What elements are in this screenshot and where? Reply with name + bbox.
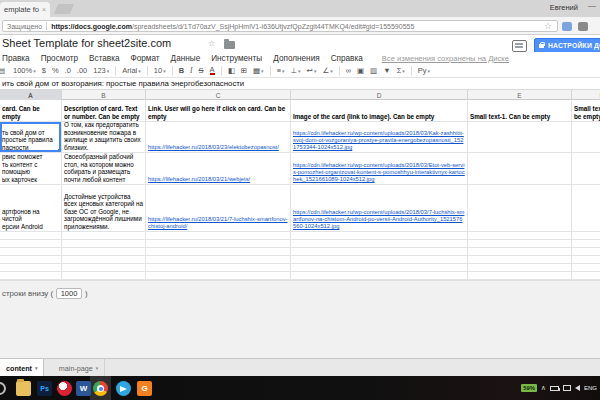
paint-format-icon[interactable]: ▤ — [0, 66, 7, 75]
menu-справка[interactable]: Справка — [331, 54, 363, 63]
cell-C2[interactable]: https://lifehacker.ru/2018/03/23/elektob… — [146, 122, 291, 152]
cell-B[interactable] — [62, 264, 146, 271]
cell-B3[interactable]: Своеобразный рабочий стол, на котором мо… — [62, 153, 146, 184]
language-indicator[interactable]: ENG — [584, 385, 597, 391]
cell-B[interactable] — [62, 272, 146, 279]
cell-F[interactable] — [572, 240, 600, 247]
url-bar[interactable]: Защищено https://docs.google.com/spreads… — [2, 20, 558, 32]
font-size-select[interactable]: 10▾ — [154, 66, 166, 75]
cell-F1[interactable]: Small text-2. Can be empty — [572, 100, 600, 121]
insert-chart-icon[interactable]: ▥ — [370, 66, 377, 75]
column-header-A[interactable]: A — [0, 90, 62, 100]
cell-F[interactable] — [572, 256, 600, 263]
cell-E3[interactable] — [468, 153, 572, 184]
telegram-icon[interactable] — [116, 381, 131, 396]
menu-данные[interactable]: Данные — [171, 54, 201, 63]
move-to-folder-icon[interactable] — [224, 41, 235, 49]
cell-B[interactable] — [62, 232, 146, 239]
horizontal-align-icon[interactable]: ≡▾ — [277, 66, 285, 75]
sheet-tab-content[interactable]: content▾ — [0, 359, 44, 377]
insert-comment-icon[interactable]: ▣ — [357, 66, 364, 75]
window-minimize-icon[interactable]: — — [588, 1, 596, 10]
column-header-B[interactable]: B — [62, 90, 146, 100]
cell-E1[interactable]: Small text-1. Can be empty — [468, 100, 572, 121]
text-wrap-icon[interactable]: ↩▾ — [307, 66, 317, 75]
share-settings-button[interactable]: НАСТРОЙКИ ДОСТУПА — [534, 38, 600, 53]
format-percent-icon[interactable]: % — [52, 66, 59, 75]
sheet-tab-main-page[interactable]: main-page▾ — [53, 359, 105, 377]
column-header-C[interactable]: C — [146, 90, 291, 100]
vertical-align-icon[interactable]: ⊥▾ — [291, 66, 301, 75]
extension-icon[interactable] — [562, 22, 572, 31]
cell-C1[interactable]: Link. User will go here if click on card… — [146, 100, 291, 121]
decrease-decimals-icon[interactable]: .0 — [65, 66, 71, 75]
increase-decimals-icon[interactable]: .00 — [77, 66, 87, 75]
cell-C[interactable] — [146, 264, 291, 271]
saved-status-link[interactable]: Все изменения сохранены на Диске — [382, 54, 509, 63]
chrome-icon[interactable] — [93, 381, 108, 396]
star-document-icon[interactable]: ☆ — [208, 39, 215, 48]
extension-icon[interactable] — [578, 22, 588, 31]
new-tab-button[interactable] — [54, 4, 75, 14]
cell-A3[interactable]: рвис поможет ть контент с помощью ых кар… — [0, 153, 62, 184]
cell-B[interactable] — [62, 248, 146, 255]
document-title[interactable]: Sheet Template for sheet2site.com — [2, 37, 171, 49]
file-explorer-icon[interactable] — [16, 381, 31, 396]
cell-F[interactable] — [572, 272, 600, 279]
cell-A4[interactable]: артфонов на чистой ерсии Android — [0, 185, 62, 231]
menu-формат[interactable]: Формат — [131, 54, 160, 63]
cell-A2[interactable]: ть свой дом от простые правила пасности — [0, 122, 62, 152]
column-header-E[interactable]: E — [468, 90, 572, 100]
cell-A1[interactable]: card. Can be empty — [0, 100, 62, 121]
profile-name[interactable]: Евгений — [550, 3, 578, 12]
cell-B4[interactable]: Достойные устройства всех ценовых катего… — [62, 185, 146, 231]
menu-вставка[interactable]: Вставка — [89, 54, 119, 63]
bookmark-star-icon[interactable]: ☆ — [544, 21, 552, 31]
cell-E[interactable] — [468, 232, 572, 239]
insert-link-icon[interactable]: ∞ — [346, 66, 351, 75]
cell-D[interactable] — [291, 240, 468, 247]
menu-правка[interactable]: Правка — [2, 54, 30, 63]
cell-F4[interactable] — [572, 185, 600, 231]
cell-F3[interactable] — [572, 153, 600, 184]
bold-icon[interactable]: B — [179, 66, 184, 75]
cell-F[interactable] — [572, 232, 600, 239]
browser-tab[interactable]: emplate fo × — [0, 2, 50, 17]
cell-E4[interactable] — [468, 185, 572, 231]
cell-A[interactable] — [0, 264, 62, 271]
italic-icon[interactable]: I — [190, 66, 193, 75]
app-partial-icon[interactable] — [0, 382, 6, 395]
menu-дополнения[interactable]: Дополнения — [273, 54, 319, 63]
cell-B1[interactable]: Description of card. Text or number. Can… — [62, 100, 146, 121]
cell-F[interactable] — [572, 264, 600, 271]
battery-icon[interactable] — [550, 386, 559, 391]
text-color-icon[interactable]: A — [210, 66, 215, 75]
cell-B[interactable] — [62, 240, 146, 247]
cell-D[interactable] — [291, 232, 468, 239]
cell-E[interactable] — [468, 264, 572, 271]
cell-A[interactable] — [0, 272, 62, 279]
formula-bar[interactable]: ить свой дом от возгорания: простые прав… — [0, 78, 600, 90]
column-header-D[interactable]: D — [291, 90, 468, 100]
word-icon[interactable]: W — [76, 381, 91, 396]
cell-D4[interactable]: https://cdn.lifehacker.ru/wp-content/upl… — [291, 185, 468, 231]
cell-E[interactable] — [468, 272, 572, 279]
cell-D[interactable] — [291, 264, 468, 271]
filter-icon[interactable]: ▼ — [383, 66, 390, 75]
cell-D3[interactable]: https://cdn.lifehacker.ru/wp-content/upl… — [291, 153, 468, 184]
borders-icon[interactable]: ⊞ — [241, 66, 247, 75]
cell-D[interactable] — [291, 248, 468, 255]
cell-D[interactable] — [291, 272, 468, 279]
cell-D2[interactable]: https://cdn.lifehacker.ru/wp-content/upl… — [291, 122, 468, 152]
paint-icon[interactable] — [57, 381, 72, 396]
volume-icon[interactable] — [575, 385, 580, 391]
functions-icon[interactable]: Σ▾ — [397, 66, 405, 75]
input-tools-select[interactable]: Ру▾ — [418, 66, 430, 75]
cell-A[interactable] — [0, 248, 62, 255]
column-header-F[interactable]: F — [572, 90, 600, 100]
cell-E[interactable] — [468, 256, 572, 263]
format-currency-icon[interactable]: $ — [42, 66, 46, 75]
hidden-icons-chevron-icon[interactable]: ∧ — [541, 384, 546, 392]
number-format-select[interactable]: 123▾ — [93, 66, 109, 75]
cell-E2[interactable] — [468, 122, 572, 152]
